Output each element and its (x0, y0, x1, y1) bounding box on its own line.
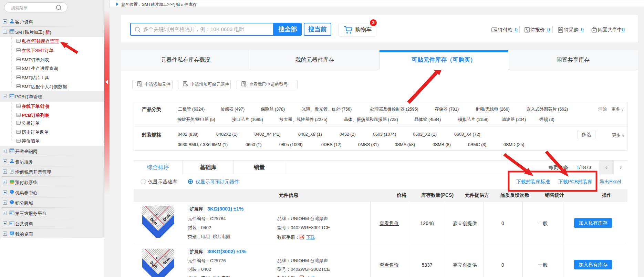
svg-text:PDF: PDF (300, 236, 304, 238)
svg-text:¥: ¥ (526, 28, 528, 31)
